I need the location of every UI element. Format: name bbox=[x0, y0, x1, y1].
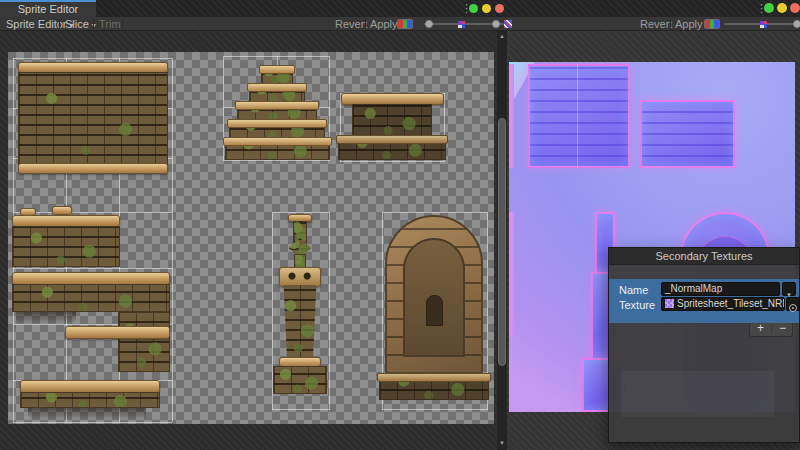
tile-art bbox=[379, 373, 489, 400]
slice-menu-label: Slice bbox=[65, 18, 89, 30]
trim-button[interactable]: Trim bbox=[94, 17, 126, 31]
sprite-grid-line bbox=[13, 422, 172, 423]
tile-art bbox=[237, 101, 317, 120]
rgb-alpha-toggle-icon[interactable] bbox=[704, 19, 720, 29]
zoom-slider-handle[interactable] bbox=[425, 20, 433, 28]
zoom-mip-slider bbox=[424, 17, 512, 31]
sprite-grid-line bbox=[13, 268, 172, 269]
tile-art bbox=[283, 285, 317, 359]
tab-sprite-editor[interactable]: Sprite Editor bbox=[0, 0, 96, 17]
texture-label: Texture bbox=[619, 299, 655, 311]
name-label: Name bbox=[619, 284, 648, 296]
tile-art bbox=[12, 226, 120, 267]
normal-map-tile bbox=[509, 64, 514, 168]
tile-art bbox=[118, 312, 170, 372]
popup-title: Secondary Textures bbox=[609, 248, 799, 265]
tile-art bbox=[261, 65, 293, 84]
preview-mip-slider bbox=[724, 17, 800, 31]
window-dot-red[interactable] bbox=[495, 4, 504, 13]
list-footer-buttons: + − bbox=[749, 323, 793, 337]
mip-stripes-icon bbox=[504, 20, 512, 28]
sprite-canvas[interactable] bbox=[8, 52, 494, 424]
name-dropdown-button[interactable]: ▾ bbox=[782, 282, 796, 296]
zoom-slider-handle[interactable] bbox=[793, 20, 800, 28]
texture-thumbnail bbox=[665, 299, 674, 308]
tile-art bbox=[18, 163, 168, 174]
sprite-editor-toolbar: Sprite Editor▾ Slice▾ Trim Revert Apply … bbox=[0, 17, 800, 31]
toolbar-separator bbox=[122, 19, 123, 29]
secondary-textures-popup: Secondary Textures Name _NormalMap ▾ Tex… bbox=[608, 247, 800, 443]
zoom-slider-handle[interactable] bbox=[492, 20, 500, 28]
tile-art bbox=[20, 392, 160, 408]
tile-art bbox=[249, 83, 305, 102]
normal-map-tile bbox=[509, 212, 514, 337]
tile-art bbox=[12, 284, 170, 312]
scroll-up-arrow-icon[interactable]: ▲ bbox=[497, 31, 507, 42]
tile-art bbox=[16, 312, 76, 324]
sprite-grid-line bbox=[577, 64, 578, 168]
normal-map-tile bbox=[528, 64, 630, 168]
name-dropdown[interactable]: _NormalMap bbox=[661, 282, 780, 296]
tile-art bbox=[426, 295, 443, 326]
window-dot-red[interactable] bbox=[790, 3, 800, 13]
object-picker-button[interactable] bbox=[786, 297, 800, 311]
add-texture-button[interactable]: + bbox=[750, 323, 771, 335]
tile-art bbox=[338, 135, 446, 160]
tab-strip: Sprite Editor ⋮ ⋮ bbox=[0, 0, 800, 17]
rgb-alpha-toggle-icon[interactable] bbox=[397, 19, 413, 29]
texture-object-name: Spritesheet_Tileset_NRM bbox=[677, 298, 785, 309]
popup-body-area bbox=[621, 371, 774, 417]
tile-art bbox=[18, 72, 168, 165]
tile-art bbox=[65, 326, 170, 339]
tile-art bbox=[225, 137, 330, 160]
sprite-grid-line bbox=[13, 212, 172, 213]
object-picker-icon bbox=[789, 304, 797, 312]
sprite-grid-line bbox=[13, 58, 172, 59]
tile-art bbox=[28, 408, 146, 420]
preview-apply-button[interactable]: Apply bbox=[670, 17, 708, 31]
remove-texture-button[interactable]: − bbox=[772, 323, 793, 335]
mip-slider-handle[interactable] bbox=[760, 21, 767, 28]
mip-slider-handle[interactable] bbox=[458, 21, 465, 28]
window-dot-green[interactable] bbox=[764, 3, 774, 13]
normal-map-tile bbox=[640, 100, 735, 168]
tile-art bbox=[229, 119, 325, 139]
tile-art bbox=[52, 206, 72, 215]
sprite-editor-menu-label: Sprite Editor bbox=[6, 18, 67, 30]
tile-art bbox=[352, 104, 432, 136]
left-pane-window-controls: ⋮ bbox=[458, 0, 508, 17]
window-dot-yellow[interactable] bbox=[777, 3, 787, 13]
scrollbar-thumb[interactable] bbox=[498, 118, 506, 366]
tile-art bbox=[273, 366, 327, 394]
right-pane-window-controls: ⋮ bbox=[752, 0, 800, 17]
sprite-editor-pane bbox=[0, 31, 507, 450]
texture-object-field[interactable]: Spritesheet_Tileset_NRM bbox=[661, 297, 785, 311]
scroll-down-arrow-icon[interactable]: ▼ bbox=[497, 438, 507, 449]
window-dot-green[interactable] bbox=[469, 4, 478, 13]
sprite-grid-line bbox=[172, 58, 173, 422]
window-dot-yellow[interactable] bbox=[482, 4, 491, 13]
tile-art bbox=[279, 267, 321, 287]
